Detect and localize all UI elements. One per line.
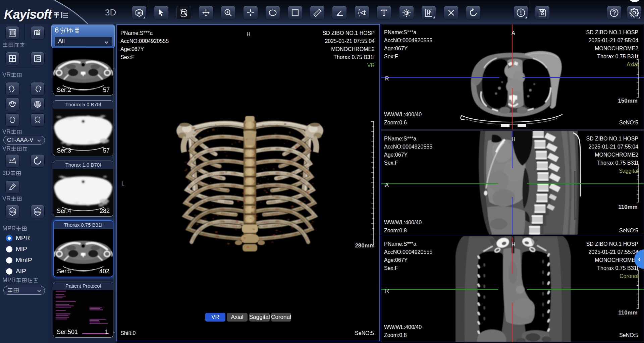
svg-text:3D: 3D bbox=[137, 11, 142, 15]
